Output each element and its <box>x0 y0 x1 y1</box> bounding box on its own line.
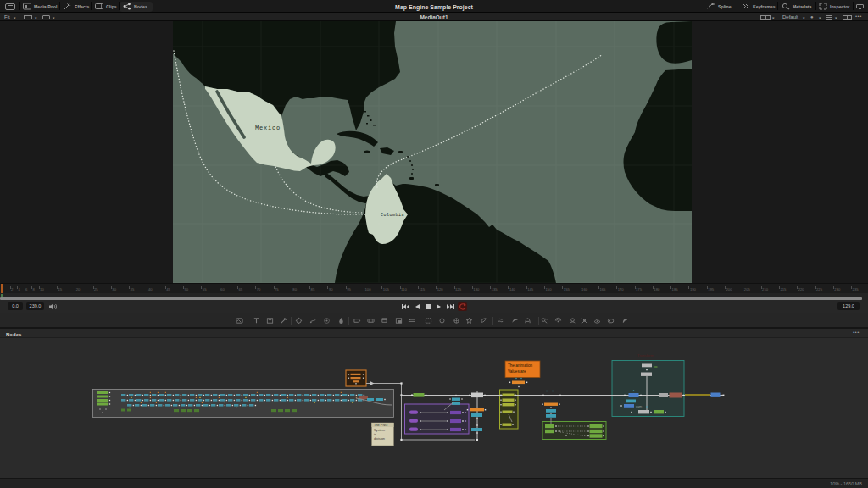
svg-text:The animation: The animation <box>508 363 533 368</box>
svg-text:Values are: Values are <box>508 369 526 374</box>
svg-text:Colombia: Colombia <box>381 213 404 218</box>
svg-text:division: division <box>374 436 385 441</box>
svg-text:loc: loc <box>654 364 658 369</box>
svg-text:Mexico: Mexico <box>255 125 281 131</box>
svg-text:Transform: Transform <box>637 353 654 358</box>
svg-text:cam: cam <box>636 405 642 408</box>
